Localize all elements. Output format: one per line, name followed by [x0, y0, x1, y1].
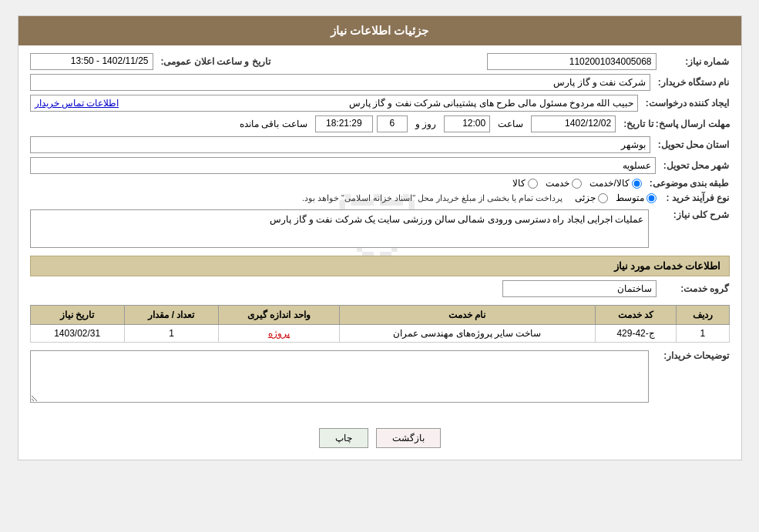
form-block: شماره نیاز: 1102001034005068 تاریخ و ساع… [30, 53, 730, 405]
delivery-city-label: شهر محل تحویل: [660, 160, 730, 171]
delivery-province-label: استان محل تحویل: [654, 139, 730, 150]
cell-service-name: ساخت سایر پروژه‌های مهندسی عمران [339, 325, 595, 343]
services-title: اطلاعات خدمات مورد نیاز [614, 260, 721, 272]
col-service-code: کد خدمت [595, 306, 676, 325]
description-value: عملیات اجرایی ایجاد راه دسترسی ورودی شما… [30, 209, 649, 248]
response-days-value: 6 [377, 115, 408, 132]
col-date: تاریخ نیاز [30, 306, 124, 325]
category-row: طبقه بندی موضوعی: کالا/خدمت خدمت کالا [30, 178, 730, 189]
response-time-label: ساعت [494, 119, 527, 129]
cell-unit[interactable]: پروژه [219, 325, 340, 343]
main-container: جزئیات اطلاعات نیاز 🛡 شماره نیاز: 110200… [18, 15, 742, 460]
announcement-date-label: تاریخ و ساعت اعلان عمومی: [157, 56, 270, 67]
buyer-notes-row: توضیحات خریدار: [30, 350, 730, 405]
cell-row-num: 1 [677, 325, 729, 343]
delivery-city-row: شهر محل تحویل: عسلویه [30, 157, 730, 174]
response-deadline-row: مهلت ارسال پاسخ: تا تاریخ: 1402/12/02 سا… [30, 115, 730, 132]
requester-value: حبیب الله مردوخ مسئول مالی طرح های پشتیب… [30, 95, 638, 112]
page-title: جزئیات اطلاعات نیاز [18, 16, 741, 45]
cell-date: 1403/02/31 [30, 325, 124, 343]
buyer-notes-label: توضیحات خریدار: [653, 350, 730, 361]
response-time-value: 12:00 [444, 115, 490, 132]
response-days-label: روز و [411, 119, 440, 129]
purchase-type-jozii: جزئی [575, 192, 608, 203]
col-quantity: تعداد / مقدار [124, 306, 218, 325]
category-option-kala-khedmat: کالا/خدمت [589, 178, 641, 189]
cell-quantity: 1 [124, 325, 218, 343]
category-radio-kala-khedmat[interactable] [632, 179, 642, 189]
content-area: 🛡 شماره نیاز: 1102001034005068 تاریخ و س… [18, 45, 741, 417]
buyer-org-value: شرکت نفت و گاز پارس [30, 74, 650, 91]
service-group-label: گروه خدمت: [660, 283, 730, 294]
print-button[interactable]: چاپ [319, 428, 368, 448]
category-option-khedmat: خدمت [546, 178, 582, 189]
category-radio-khedmat[interactable] [572, 179, 582, 189]
category-radio-kala[interactable] [528, 179, 538, 189]
requester-row: ایجاد کننده درخواست: حبیب الله مردوخ مسئ… [30, 95, 730, 112]
col-unit: واحد اندازه گیری [219, 306, 340, 325]
cell-service-code: ج-42-429 [595, 325, 676, 343]
service-group-value: ساختمان [502, 280, 657, 297]
response-deadline-label: مهلت ارسال پاسخ: تا تاریخ: [620, 119, 729, 129]
description-row: شرح کلی نیاز: عملیات اجرایی ایجاد راه دس… [30, 209, 730, 248]
button-row: بازگشت چاپ [18, 428, 741, 448]
back-button[interactable]: بازگشت [376, 428, 441, 448]
col-service-name: نام خدمت [339, 306, 595, 325]
announcement-number-row: شماره نیاز: 1102001034005068 تاریخ و ساع… [30, 53, 730, 70]
category-label: طبقه بندی موضوعی: [646, 178, 730, 189]
table-row: 1 ج-42-429 ساخت سایر پروژه‌های مهندسی عم… [30, 325, 729, 343]
purchase-type-row: نوع فرآیند خرید : متوسط جزئی پرداخت تمام… [30, 192, 730, 203]
description-label: شرح کلی نیاز: [653, 209, 730, 220]
announcement-number-label: شماره نیاز: [660, 56, 730, 67]
col-row-num: ردیف [677, 306, 729, 325]
purchase-type-radio-group: متوسط جزئی [575, 192, 657, 203]
buyer-notes-textarea[interactable] [30, 350, 649, 403]
services-table-section: ردیف کد خدمت نام خدمت واحد اندازه گیری ت… [30, 305, 730, 343]
delivery-city-value: عسلویه [30, 157, 656, 174]
category-radio-group: کالا/خدمت خدمت کالا [512, 178, 641, 189]
delivery-province-row: استان محل تحویل: بوشهر [30, 136, 730, 153]
purchase-type-motavasset: متوسط [616, 192, 657, 203]
category-option-kala: کالا [512, 178, 538, 189]
response-date-value: 1402/12/02 [531, 115, 616, 132]
services-table: ردیف کد خدمت نام خدمت واحد اندازه گیری ت… [30, 305, 730, 343]
requester-name: حبیب الله مردوخ مسئول مالی طرح های پشتیب… [349, 98, 633, 109]
buyer-org-label: نام دستگاه خریدار: [654, 77, 730, 88]
purchase-notice: پرداخت تمام یا بخشی از مبلغ خریدار محل "… [302, 193, 563, 203]
services-section-header: اطلاعات خدمات مورد نیاز [30, 256, 730, 276]
purchase-type-label: نوع فرآیند خرید : [660, 192, 730, 203]
response-remaining-label: ساعت باقی مانده [236, 119, 311, 129]
announcement-number-value: 1102001034005068 [487, 53, 657, 70]
contact-link[interactable]: اطلاعات تماس خریدار [35, 98, 119, 109]
title-text: جزئیات اطلاعات نیاز [331, 24, 428, 37]
delivery-province-value: بوشهر [30, 136, 650, 153]
requester-label: ایجاد کننده درخواست: [642, 98, 730, 109]
buyer-org-row: نام دستگاه خریدار: شرکت نفت و گاز پارس [30, 74, 730, 91]
service-group-row: گروه خدمت: ساختمان [30, 280, 730, 297]
purchase-radio-motavasset[interactable] [646, 193, 657, 203]
announcement-date-value: 1402/11/25 - 13:50 [30, 53, 153, 70]
purchase-radio-jozii[interactable] [598, 193, 608, 203]
response-remaining-value: 18:21:29 [315, 115, 373, 132]
